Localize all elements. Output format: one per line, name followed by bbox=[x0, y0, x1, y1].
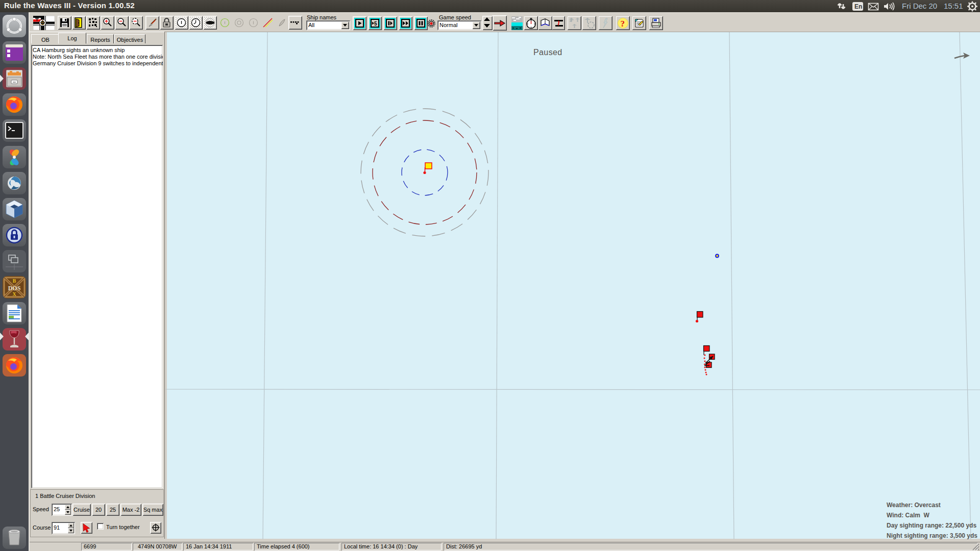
svg-text:DOS: DOS bbox=[8, 285, 21, 292]
svg-text:5: 5 bbox=[374, 21, 377, 27]
svg-text:En: En bbox=[854, 3, 862, 10]
svg-text:?: ? bbox=[621, 19, 625, 29]
svg-text:B: B bbox=[13, 278, 16, 284]
svg-text:X: X bbox=[12, 291, 16, 297]
